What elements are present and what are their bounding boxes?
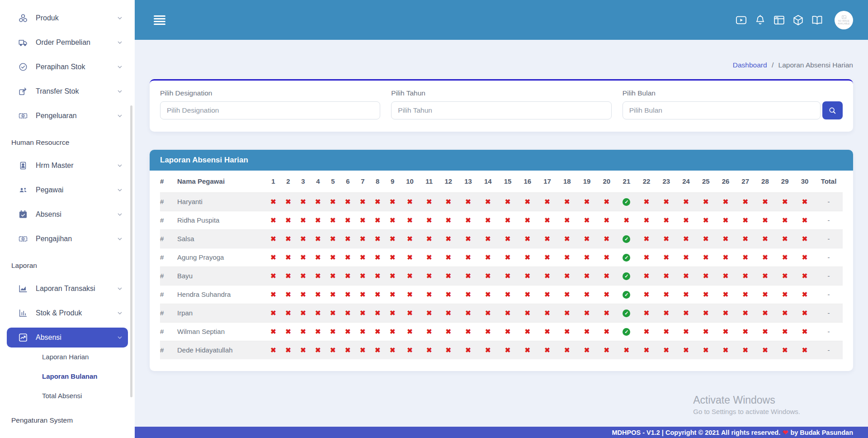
attendance-cell: ✖ bbox=[355, 267, 370, 285]
attendance-cell: ✖ bbox=[716, 211, 736, 229]
attendance-cell: ✖ bbox=[577, 211, 597, 229]
absent-x-icon: ✖ bbox=[270, 309, 276, 317]
attendance-cell: ✖ bbox=[736, 229, 755, 248]
sidebar-item-clipped[interactable] bbox=[7, 0, 128, 4]
sidebar-item-pegawai[interactable]: Pegawai bbox=[7, 180, 128, 200]
col-header-day: 22 bbox=[637, 171, 656, 192]
attendance-cell: ✖ bbox=[296, 341, 311, 359]
money-icon bbox=[18, 234, 28, 244]
absent-x-icon: ✖ bbox=[663, 272, 669, 280]
attendance-cell: ✖ bbox=[637, 248, 656, 267]
absent-x-icon: ✖ bbox=[782, 272, 788, 280]
sidebar-subitem-laporan-harian[interactable]: Laporan Harian bbox=[0, 349, 128, 365]
user-avatar[interactable]: NO IMAGE AVAILABLE bbox=[835, 11, 853, 29]
col-header-day: 2 bbox=[281, 171, 296, 192]
attendance-total: - bbox=[815, 192, 843, 211]
absent-x-icon: ✖ bbox=[762, 253, 768, 261]
absent-x-icon: ✖ bbox=[375, 346, 381, 354]
absent-x-icon: ✖ bbox=[544, 346, 550, 354]
attendance-cell: ✖ bbox=[326, 267, 340, 285]
absent-x-icon: ✖ bbox=[584, 346, 590, 354]
attendance-cell: ✖ bbox=[795, 341, 815, 359]
absent-x-icon: ✖ bbox=[426, 253, 432, 261]
attendance-cell: ✖ bbox=[755, 322, 775, 341]
attendance-cell: ✖ bbox=[736, 322, 755, 341]
sidebar-item-pengajihan[interactable]: Pengajihan bbox=[7, 229, 128, 249]
sidebar-item-pengeluaran[interactable]: Pengeluaran bbox=[7, 106, 128, 126]
sidebar-item-stok-produk[interactable]: Stok & Produk bbox=[7, 303, 128, 323]
absent-x-icon: ✖ bbox=[584, 235, 590, 243]
attendance-cell: ✖ bbox=[326, 322, 340, 341]
absent-x-icon: ✖ bbox=[285, 235, 291, 243]
absent-x-icon: ✖ bbox=[525, 235, 531, 243]
absent-x-icon: ✖ bbox=[723, 216, 729, 224]
filter-input-pilih-designation[interactable] bbox=[160, 101, 380, 119]
attendance-cell: ✖ bbox=[577, 285, 597, 304]
present-check-icon: ✓ bbox=[623, 328, 630, 336]
absent-x-icon: ✖ bbox=[742, 346, 748, 354]
attendance-cell: ✖ bbox=[795, 304, 815, 322]
absent-x-icon: ✖ bbox=[604, 290, 609, 298]
absent-x-icon: ✖ bbox=[485, 309, 491, 317]
attendance-cell: ✖ bbox=[458, 304, 478, 322]
absent-x-icon: ✖ bbox=[644, 328, 650, 335]
attendance-cell: ✖ bbox=[355, 211, 370, 229]
absent-x-icon: ✖ bbox=[762, 235, 768, 243]
absent-x-icon: ✖ bbox=[683, 253, 689, 261]
attendance-cell: ✖ bbox=[458, 229, 478, 248]
filter-input-pilih-bulan[interactable] bbox=[623, 101, 821, 119]
attendance-cell: ✖ bbox=[355, 229, 370, 248]
col-header-day: 10 bbox=[400, 171, 420, 192]
absent-x-icon: ✖ bbox=[390, 346, 396, 354]
absent-x-icon: ✖ bbox=[782, 216, 788, 224]
attendance-cell: ✖ bbox=[355, 248, 370, 267]
absent-x-icon: ✖ bbox=[315, 235, 321, 243]
sidebar-subitem-total-absensi[interactable]: Total Absensi bbox=[0, 388, 128, 404]
attendance-cell: ✖ bbox=[439, 341, 458, 359]
absent-x-icon: ✖ bbox=[485, 272, 491, 280]
attendance-cell: ✓ bbox=[617, 192, 637, 211]
attendance-cell: ✖ bbox=[498, 248, 518, 267]
sidebar-item-perapihan-stok[interactable]: Perapihan Stok bbox=[7, 57, 128, 77]
package-cube-icon[interactable] bbox=[792, 14, 804, 26]
menu-toggle-button[interactable] bbox=[154, 15, 165, 25]
video-tutorial-icon[interactable] bbox=[735, 14, 747, 26]
present-check-icon: ✓ bbox=[623, 291, 630, 299]
col-header-day: 3 bbox=[296, 171, 311, 192]
attendance-cell: ✖ bbox=[355, 192, 370, 211]
attendance-cell: ✖ bbox=[266, 229, 281, 248]
attendance-cell: ✖ bbox=[400, 267, 420, 285]
sidebar-item-label: Absensi bbox=[36, 210, 116, 219]
attendance-cell: ✖ bbox=[281, 248, 296, 267]
attendance-cell: ✖ bbox=[420, 192, 439, 211]
attendance-cell: ✖ bbox=[557, 211, 577, 229]
footer-credit: by Budak Pasundan bbox=[790, 429, 853, 436]
documentation-book-icon[interactable] bbox=[811, 14, 823, 26]
attendance-table: #Nama Pegawai123456789101112131415161718… bbox=[160, 171, 843, 359]
notification-bell-icon[interactable] bbox=[754, 14, 766, 26]
check-circle-icon bbox=[18, 62, 28, 72]
search-button[interactable] bbox=[822, 101, 843, 119]
attendance-cell: ✖ bbox=[656, 304, 676, 322]
sidebar-item-laporan-absensi[interactable]: Absensi bbox=[7, 328, 128, 348]
sidebar-item-order-pembelian[interactable]: Order Pembelian bbox=[7, 33, 128, 52]
sidebar-subitem-laporan-bulanan[interactable]: Laporan Bulanan bbox=[0, 369, 128, 384]
sidebar-item-laporan-transaksi[interactable]: Laporan Transaksi bbox=[7, 279, 128, 299]
sidebar-item-produk[interactable]: Produk bbox=[7, 8, 128, 28]
sidebar-item-transfer-stok[interactable]: Transfer Stok bbox=[7, 81, 128, 101]
filter-input-pilih-tahun[interactable] bbox=[391, 101, 611, 119]
breadcrumb-dashboard-link[interactable]: Dashboard bbox=[733, 61, 767, 69]
sidebar-item-absensi[interactable]: Absensi bbox=[7, 205, 128, 224]
attendance-cell: ✖ bbox=[340, 304, 355, 322]
absent-x-icon: ✖ bbox=[315, 346, 321, 354]
attendance-cell: ✖ bbox=[385, 285, 400, 304]
sidebar-scrollbar[interactable] bbox=[130, 105, 132, 397]
main-area: NO IMAGE AVAILABLE Dashboard / Laporan A… bbox=[135, 0, 868, 438]
sidebar-item-hrm-master[interactable]: Hrm Master bbox=[7, 156, 128, 176]
attendance-cell: ✖ bbox=[439, 322, 458, 341]
browser-window-icon[interactable] bbox=[773, 14, 785, 26]
attendance-cell: ✖ bbox=[597, 229, 617, 248]
attendance-cell: ✖ bbox=[577, 322, 597, 341]
chevron-down-icon bbox=[116, 88, 123, 95]
col-header-day: 8 bbox=[370, 171, 385, 192]
